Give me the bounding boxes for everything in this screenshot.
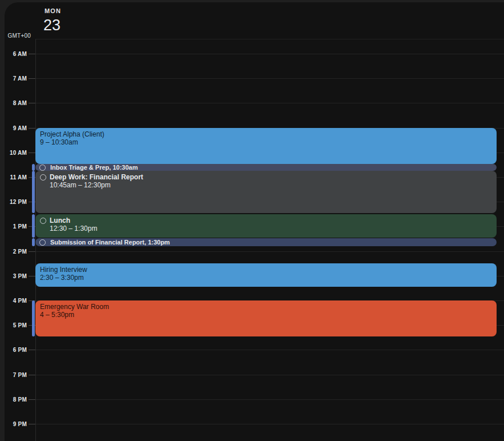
time-label-3-pm: 3 PM xyxy=(0,273,27,279)
event-title: Deep Work: Financial Report xyxy=(50,174,143,181)
hour-tick xyxy=(29,424,35,424)
event-color-notch xyxy=(32,171,35,213)
hour-tick xyxy=(29,78,35,79)
event-time: 9 – 10:30am xyxy=(40,139,492,146)
time-label-7-pm: 7 PM xyxy=(0,372,27,378)
hour-tick xyxy=(29,276,35,276)
event-hiring-interview[interactable]: Hiring Interview2:30 – 3:30pm xyxy=(35,263,497,287)
time-label-9-pm: 9 PM xyxy=(0,421,27,427)
hour-tick xyxy=(29,153,35,153)
time-label-6-am: 6 AM xyxy=(0,51,27,57)
event-lunch[interactable]: Lunch12:30 – 1:30pm xyxy=(35,214,497,238)
event-submission-financial-report[interactable]: Submission of Financial Report, 1:30pm xyxy=(35,238,497,246)
event-time: 10:45am – 12:30pm xyxy=(50,182,492,189)
hour-tick xyxy=(29,399,35,400)
timezone-label: GMT+00 xyxy=(0,33,31,39)
event-time: 12:30 – 1:30pm xyxy=(50,225,492,232)
event-title: Submission of Financial Report, 1:30pm xyxy=(50,239,170,246)
event-emergency-war-room[interactable]: Emergency War Room4 – 5:30pm xyxy=(35,300,497,336)
hour-tick xyxy=(29,251,35,252)
event-color-notch xyxy=(32,238,35,246)
hour-tick xyxy=(29,375,35,375)
event-color-notch xyxy=(32,164,35,171)
event-time: 4 – 5:30pm xyxy=(40,311,492,319)
hour-tick xyxy=(29,350,35,350)
calendar-day-view: MON 23 GMT+00 6 AM7 AM8 AM9 AM10 AM11 AM… xyxy=(0,0,504,441)
task-circle-icon[interactable] xyxy=(39,165,46,171)
time-label-8-am: 8 AM xyxy=(0,100,27,106)
event-project-alpha-client[interactable]: Project Alpha (Client)9 – 10:30am xyxy=(35,128,497,164)
event-title: Hiring Interview xyxy=(40,266,492,274)
task-circle-icon[interactable] xyxy=(39,239,46,246)
event-title: Emergency War Room xyxy=(40,303,492,311)
event-deep-work-financial-report[interactable]: Deep Work: Financial Report10:45am – 12:… xyxy=(35,171,497,213)
task-circle-icon[interactable] xyxy=(40,218,46,224)
hour-tick xyxy=(29,103,35,103)
event-color-notch xyxy=(32,214,35,238)
day-column-events[interactable]: Project Alpha (Client)9 – 10:30amInbox T… xyxy=(35,0,497,441)
event-title: Project Alpha (Client) xyxy=(40,131,492,138)
time-label-1-pm: 1 PM xyxy=(0,223,27,230)
time-label-7-am: 7 AM xyxy=(0,75,27,82)
hour-tick xyxy=(29,128,35,129)
task-circle-icon[interactable] xyxy=(40,174,46,181)
event-time: 2:30 – 3:30pm xyxy=(40,274,492,282)
event-color-notch xyxy=(32,300,35,336)
time-label-12-pm: 12 PM xyxy=(0,199,27,205)
time-label-4-pm: 4 PM xyxy=(0,298,27,304)
time-label-2-pm: 2 PM xyxy=(0,248,27,255)
event-title: Lunch xyxy=(50,217,70,224)
time-label-9-am: 9 AM xyxy=(0,125,27,131)
time-label-8-pm: 8 PM xyxy=(0,396,27,403)
time-label-6-pm: 6 PM xyxy=(0,347,27,353)
event-title: Inbox Triage & Prep, 10:30am xyxy=(50,164,138,171)
time-label-11-am: 11 AM xyxy=(0,174,27,181)
hour-tick xyxy=(29,54,35,54)
event-title-row: Deep Work: Financial Report xyxy=(40,174,492,181)
event-inbox-triage-prep[interactable]: Inbox Triage & Prep, 10:30am xyxy=(35,164,497,171)
time-label-10-am: 10 AM xyxy=(0,150,27,156)
time-label-5-pm: 5 PM xyxy=(0,322,27,328)
event-title-row: Lunch xyxy=(40,217,492,224)
